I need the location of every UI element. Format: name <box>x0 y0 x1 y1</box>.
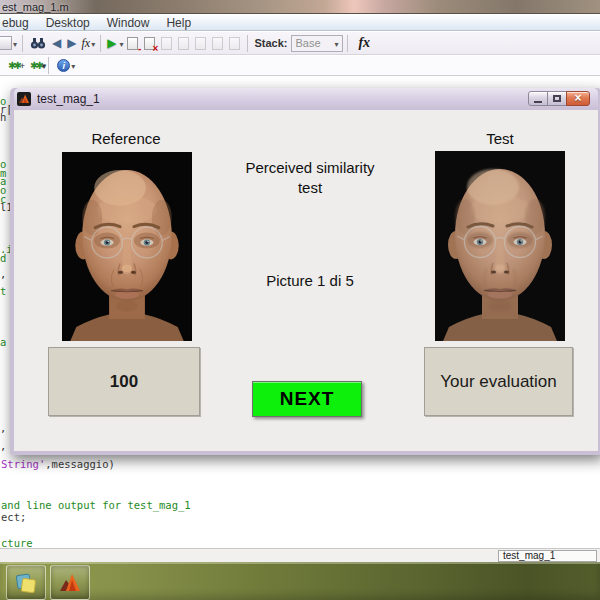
next-button[interactable]: NEXT <box>252 381 362 417</box>
code-fragment: d <box>0 253 6 264</box>
fx-icon[interactable]: fx <box>358 35 370 51</box>
cell-menu-icon[interactable]: ✱✱▾ <box>30 60 44 71</box>
dropdown-arrow-icon[interactable]: ▾ <box>13 40 17 49</box>
code-fragment: h <box>0 112 6 123</box>
dropdown-arrow-icon[interactable]: ▾ <box>71 62 75 71</box>
menu-item-help[interactable]: Help <box>166 16 191 30</box>
taskbar-button-matlab[interactable] <box>50 565 90 600</box>
picture-counter: Picture 1 di 5 <box>225 272 395 289</box>
find-icon[interactable] <box>30 37 46 50</box>
dropdown-arrow-icon[interactable]: ▾ <box>119 40 123 49</box>
maximize-icon <box>553 95 561 102</box>
test-face-image <box>435 151 565 341</box>
toolbar-separator <box>347 35 348 52</box>
function-browser-icon[interactable]: fx <box>81 36 90 51</box>
code-fragment: , <box>0 423 6 434</box>
menu-item-window[interactable]: Window <box>107 16 150 30</box>
window-controls: × <box>529 91 590 106</box>
dropdown-arrow-icon: ▾ <box>334 40 338 49</box>
stack-combobox[interactable]: Base ▾ <box>291 35 343 52</box>
code-fragment: a <box>0 337 6 348</box>
code-line: ect; <box>1 511 26 523</box>
menu-item-desktop[interactable]: Desktop <box>46 16 90 30</box>
matlab-figure-icon <box>17 92 31 106</box>
reference-label: Reference <box>46 130 206 147</box>
stack-label: Stack: <box>254 37 287 49</box>
close-icon: × <box>574 92 581 105</box>
clear-breakpoints-icon[interactable]: × <box>144 37 155 50</box>
figure-window: test_mag_1 × Reference Test Perceived si… <box>10 88 600 455</box>
run-icon[interactable]: ▶ <box>107 36 116 50</box>
test-label: Test <box>420 130 580 147</box>
code-line: and line output for test_mag_1 <box>1 499 191 511</box>
cell-toolbar: ✱✱+ ✱✱▾ i ▾ <box>0 56 600 76</box>
info-icon[interactable]: i <box>57 59 70 72</box>
close-button[interactable]: × <box>566 91 590 106</box>
menu-item-debug[interactable]: ebug <box>2 16 29 30</box>
taskbar <box>0 562 600 600</box>
set-breakpoint-icon[interactable]: - <box>127 37 138 50</box>
matlab-icon <box>58 571 82 595</box>
menubar: ebug Desktop Window Help <box>0 15 600 31</box>
figure-titlebar[interactable]: test_mag_1 × <box>14 88 598 110</box>
code-line: String',messaggio) <box>1 458 115 470</box>
insert-cell-icon[interactable]: ✱✱+ <box>8 60 22 71</box>
reference-face-image <box>62 152 192 341</box>
code-fragment: , <box>0 441 6 452</box>
maximize-button[interactable] <box>547 91 567 106</box>
toolbar-separator <box>22 35 23 52</box>
toolbar-separator <box>48 57 49 74</box>
reference-value-panel: 100 <box>48 347 200 416</box>
run-to-cursor-icon <box>212 37 223 50</box>
window-title: est_mag_1.m <box>2 1 69 13</box>
editor-statusbar: test_mag_1 <box>0 548 600 562</box>
taskbar-button-notes[interactable] <box>6 565 46 600</box>
editor-toolbar: ▾ ◀ ▶ fx ▾ ▶ ▾ - × Stack: Base ▾ fx <box>0 32 600 55</box>
evaluation-panel[interactable]: Your evaluation <box>424 347 573 416</box>
step-icon <box>161 37 172 50</box>
code-fragment: t <box>0 286 6 297</box>
step-in-icon <box>178 37 189 50</box>
figure-title: test_mag_1 <box>37 92 100 106</box>
status-function-cell: test_mag_1 <box>498 550 597 562</box>
screen: est_mag_1.m ebug Desktop Window Help ▾ ◀… <box>0 0 600 600</box>
figure-content: Reference Test Perceived similarity test… <box>14 110 598 451</box>
stack-value: Base <box>295 37 320 49</box>
dropdown-arrow-icon[interactable]: ▾ <box>91 40 95 49</box>
minimize-icon <box>534 101 542 103</box>
minimize-button[interactable] <box>528 91 548 106</box>
exit-debug-icon <box>229 37 240 50</box>
step-out-icon <box>195 37 206 50</box>
toolbar-separator <box>100 35 101 52</box>
sticky-notes-icon <box>14 571 38 595</box>
matlab-window-titlebar[interactable]: est_mag_1.m <box>0 0 600 14</box>
forward-icon[interactable]: ▶ <box>67 37 76 49</box>
partial-toolbar-icon[interactable] <box>0 36 12 50</box>
test-heading: Perceived similarity test <box>225 158 395 198</box>
back-icon[interactable]: ◀ <box>52 37 61 49</box>
code-fragment: , <box>0 269 6 280</box>
toolbar-separator <box>247 35 248 52</box>
